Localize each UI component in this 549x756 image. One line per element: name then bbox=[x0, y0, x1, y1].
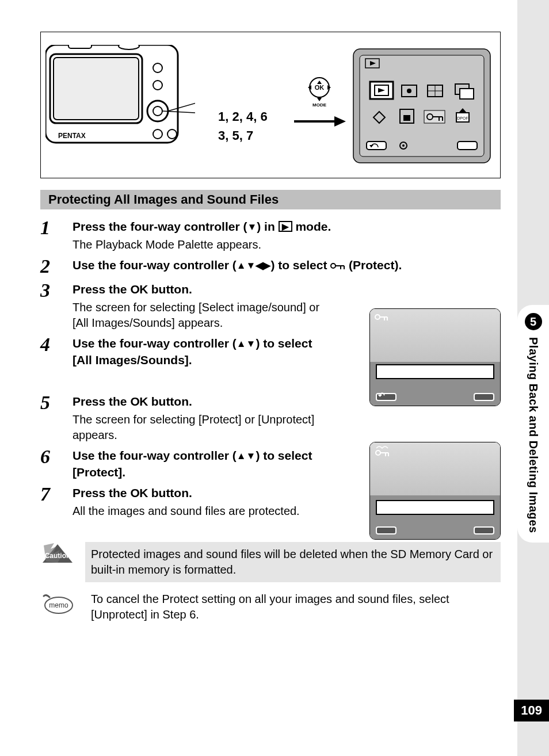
svg-point-5 bbox=[153, 129, 162, 139]
step-title: Press the OK button. bbox=[73, 281, 328, 297]
svg-point-49 bbox=[402, 144, 405, 147]
protect-key-icon bbox=[330, 261, 345, 270]
step-ref-line2: 3, 5, 7 bbox=[218, 126, 268, 145]
svg-point-8 bbox=[153, 106, 162, 116]
svg-marker-21 bbox=[334, 116, 346, 127]
svg-point-59 bbox=[376, 450, 380, 455]
page-number: 109 bbox=[514, 700, 549, 721]
step-ref-line1: 1, 2, 4, 6 bbox=[218, 107, 268, 126]
svg-line-9 bbox=[168, 97, 195, 111]
step-title: Use the four-way controller (▲▼) to sele… bbox=[73, 335, 328, 368]
palette-lcd-illustration: DPOF bbox=[353, 48, 491, 163]
svg-text:DPOF: DPOF bbox=[457, 116, 468, 120]
step-number: 2 bbox=[40, 256, 73, 277]
lcd-select-all-screenshot: ↶ bbox=[369, 308, 501, 406]
svg-rect-46 bbox=[367, 142, 386, 150]
playback-mode-icon: ▶ bbox=[279, 221, 292, 232]
caution-text: Protected images and sound files will be… bbox=[85, 542, 501, 582]
step-reference-labels: 1, 2, 4, 6 3, 5, 7 bbox=[218, 107, 268, 145]
svg-point-55 bbox=[375, 315, 380, 319]
svg-rect-35 bbox=[460, 89, 474, 99]
svg-text:OK: OK bbox=[315, 84, 325, 91]
svg-marker-15 bbox=[317, 98, 322, 101]
step-1: 1 Press the four-way controller (▼) in ▶… bbox=[40, 217, 501, 253]
brand-label: PENTAX bbox=[58, 132, 86, 140]
caution-note: Caution Protected images and sound files… bbox=[40, 542, 501, 582]
step-desc: The screen for selecting [Select image/s… bbox=[73, 300, 328, 331]
protect-key-icon bbox=[375, 312, 388, 322]
step-title: Use the four-way controller (▲▼) to sele… bbox=[73, 448, 328, 480]
protect-all-icon bbox=[375, 445, 390, 457]
menu-highlight bbox=[376, 500, 494, 515]
svg-rect-50 bbox=[458, 142, 477, 150]
camera-back-illustration: PENTAX bbox=[45, 45, 195, 160]
section-heading: Protecting All Images and Sound Files bbox=[40, 190, 501, 209]
soft-button-right bbox=[474, 393, 494, 401]
memo-icon: memo bbox=[40, 591, 75, 616]
lcd-protect-screenshot bbox=[369, 442, 501, 540]
step-2: 2 Use the four-way controller (▲▼◀▶) to … bbox=[40, 256, 501, 277]
step-number: 4 bbox=[40, 334, 73, 368]
arrow-right-icon bbox=[294, 115, 346, 128]
step-list: 1 Press the four-way controller (▼) in ▶… bbox=[40, 217, 501, 519]
svg-marker-16 bbox=[317, 81, 322, 84]
step-number: 1 bbox=[40, 217, 73, 253]
svg-text:MODE: MODE bbox=[312, 102, 327, 107]
memo-text: To cancel the Protect setting on all you… bbox=[85, 591, 501, 623]
svg-point-51 bbox=[331, 264, 336, 268]
svg-text:Caution: Caution bbox=[45, 552, 71, 560]
step-number: 5 bbox=[40, 392, 73, 443]
back-icon: ↶ bbox=[378, 391, 385, 400]
svg-rect-38 bbox=[403, 115, 410, 121]
svg-rect-2 bbox=[54, 58, 139, 120]
page-content: PENTAX 1, 2, 4, 6 3, 5, 7 OK bbox=[40, 32, 501, 623]
svg-point-6 bbox=[167, 129, 177, 139]
step-title: Press the four-way controller (▼) in ▶ m… bbox=[73, 219, 501, 235]
soft-button-right bbox=[474, 526, 494, 534]
step-title: Use the four-way controller (▲▼◀▶) to se… bbox=[73, 257, 501, 273]
svg-point-4 bbox=[153, 81, 162, 90]
svg-rect-11 bbox=[68, 45, 92, 48]
step-title: Press the OK button. bbox=[73, 394, 328, 410]
chapter-number: 5 bbox=[525, 313, 542, 330]
overview-diagram: PENTAX 1, 2, 4, 6 3, 5, 7 OK bbox=[40, 32, 501, 178]
step-number: 7 bbox=[40, 484, 73, 519]
svg-point-3 bbox=[153, 63, 162, 72]
caution-icon: Caution bbox=[40, 542, 75, 565]
memo-note: memo To cancel the Protect setting on al… bbox=[40, 591, 501, 623]
step-number: 3 bbox=[40, 280, 73, 331]
svg-text:memo: memo bbox=[49, 601, 68, 609]
step-number: 6 bbox=[40, 446, 73, 480]
soft-button-left bbox=[376, 526, 396, 534]
chapter-title: Playing Back and Deleting Images bbox=[527, 337, 540, 533]
chapter-tab: 5 Playing Back and Deleting Images bbox=[517, 305, 549, 543]
menu-highlight bbox=[376, 364, 494, 379]
step-desc: The Playback Mode Palette appears. bbox=[73, 237, 501, 253]
step-desc: The screen for selecting [Protect] or [U… bbox=[73, 412, 328, 443]
svg-point-12 bbox=[119, 45, 139, 49]
svg-point-30 bbox=[407, 89, 411, 93]
ok-mode-icon: OK MODE bbox=[306, 75, 333, 107]
